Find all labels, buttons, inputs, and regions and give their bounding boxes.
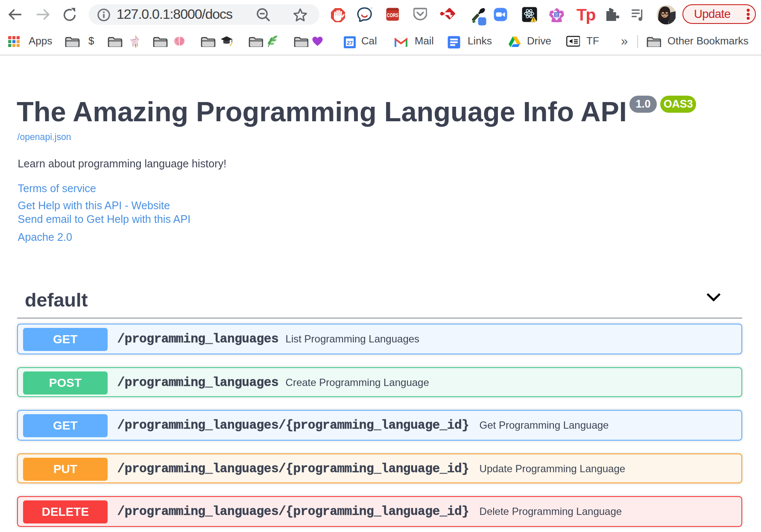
svg-text:27: 27 xyxy=(346,39,352,46)
svg-text:CORS: CORS xyxy=(386,12,398,18)
